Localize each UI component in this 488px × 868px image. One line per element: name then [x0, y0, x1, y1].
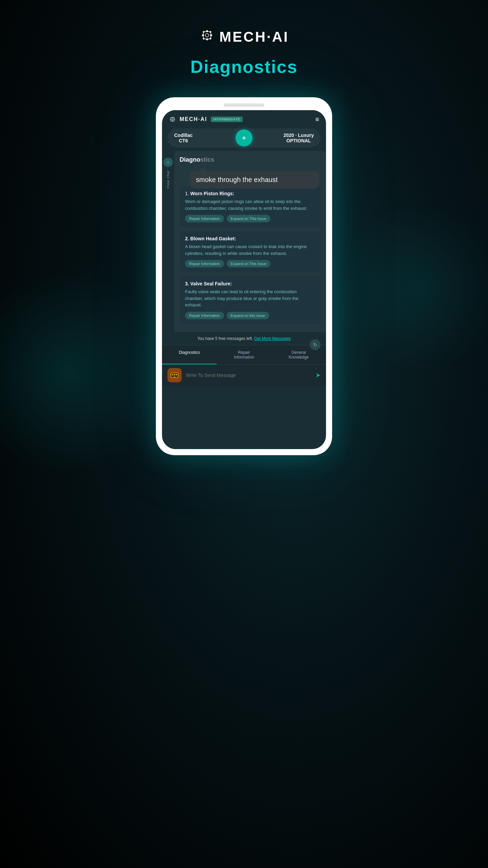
free-messages-bar: You have 5 free messages left. Get More … [162, 332, 326, 345]
send-button[interactable]: ➤ [316, 371, 321, 379]
phone-mockup: MECH·AI INTERMEDIATE ≡ Codillac CT6 + 20… [156, 97, 332, 455]
svg-point-36 [166, 162, 167, 163]
app-logo-icon [169, 116, 176, 123]
svg-rect-40 [172, 374, 173, 375]
get-more-messages-link[interactable]: Get More Messages [254, 336, 291, 341]
clear-chat-label[interactable]: Clear Chat [166, 170, 170, 188]
svg-point-37 [169, 162, 170, 163]
skill-badge: INTERMEDIATE [211, 117, 243, 122]
obd-svg [170, 371, 179, 380]
speech-bubble: smoke through the exhaust [189, 171, 319, 188]
diag-card-3-heading: 3. Valve Seal Failure: [185, 281, 232, 286]
svg-point-43 [174, 376, 175, 377]
app-header: MECH·AI INTERMEDIATE ≡ [162, 110, 326, 128]
tab-diagnostics-label: Diagnostics [179, 350, 200, 355]
diag-card-3-repair-btn[interactable]: Repair Information [185, 312, 224, 319]
chat-header-title: Diagnostics [180, 156, 321, 163]
vehicle-year: 2020 · Luxury [284, 133, 314, 138]
free-messages-text: You have 5 free messages left. [197, 336, 253, 341]
chat-content: Diagnostics smoke through the exhaust 1.… [174, 151, 326, 332]
tab-repair-information[interactable]: RepairInformation [217, 345, 271, 364]
diag-card-2-expand-btn[interactable]: Expand on This Issue [227, 260, 271, 267]
phone-notch [224, 103, 264, 107]
diag-card-1-number: 1. [185, 191, 190, 196]
tab-general-label: GeneralKnowledge [289, 350, 309, 360]
diag-card-2-heading: 2. Blown Head Gasket: [185, 236, 236, 241]
logo-text: MECH·AI [219, 29, 289, 45]
vehicle-right: 2020 · Luxury OPTIONAL [284, 133, 314, 143]
logo-area: MECH·AI [199, 27, 289, 46]
diag-card-2-title: 2. Blown Head Gasket: [185, 236, 315, 241]
svg-point-33 [172, 119, 174, 120]
diag-card-3-text: Faulty valve seals can lead to oil enter… [185, 288, 315, 308]
tab-repair-label: RepairInformation [234, 350, 254, 360]
app-logo-area: MECH·AI INTERMEDIATE [169, 116, 243, 123]
logo-icon [199, 27, 215, 46]
diag-card-3-buttons: Repair Information Expand on this issue [185, 312, 315, 319]
clear-chat-sidebar: Clear Chat [162, 151, 174, 332]
diag-card-2: 2. Blown Head Gasket: A blown head gaske… [180, 231, 321, 272]
svg-point-35 [168, 163, 168, 164]
diag-card-3-title: 3. Valve Seal Failure: [185, 281, 315, 286]
chat-area-wrapper: Clear Chat Diagnostics smoke through the… [162, 151, 326, 332]
hamburger-icon[interactable]: ≡ [315, 116, 319, 123]
svg-rect-42 [176, 374, 177, 375]
diag-card-1-expand-btn[interactable]: Expand on This Issue [227, 215, 271, 222]
input-bar: ➤ [162, 364, 326, 386]
app-logo-text: MECH·AI [180, 116, 207, 122]
vehicle-model: CT6 [174, 138, 192, 143]
vehicle-make: Codillac [174, 133, 192, 138]
bottom-tabs: ↻ Diagnostics RepairInformation GeneralK… [162, 345, 326, 364]
svg-point-16 [205, 34, 209, 37]
diag-card-1-heading: Worn Piston Rings: [190, 191, 235, 196]
diag-card-3-expand-btn[interactable]: Expand on this issue [227, 312, 269, 319]
svg-point-34 [168, 161, 168, 161]
tab-diagnostics[interactable]: Diagnostics [162, 345, 217, 364]
page-title: Diagnostics [190, 57, 298, 77]
message-input[interactable] [186, 372, 311, 378]
diag-card-1-title: 1. Worn Piston Rings: [185, 191, 315, 196]
bottom-spacer [180, 328, 321, 332]
diag-card-2-text: A blown head gasket can cause coolant to… [185, 243, 315, 257]
diag-card-2-repair-btn[interactable]: Repair Information [185, 260, 224, 267]
svg-rect-41 [174, 374, 175, 375]
svg-point-38 [167, 162, 168, 163]
diag-card-3: 3. Valve Seal Failure: Faulty valve seal… [180, 276, 321, 324]
diag-card-2-buttons: Repair Information Expand on This Issue [185, 260, 315, 267]
phone-screen: MECH·AI INTERMEDIATE ≡ Codillac CT6 + 20… [162, 110, 326, 449]
diag-card-1: 1. Worn Piston Rings: Worn or damaged pi… [180, 186, 321, 227]
obd-icon [167, 368, 182, 382]
diag-card-1-text: Worn or damaged piston rings can allow o… [185, 198, 315, 211]
vehicle-left: Codillac CT6 [174, 133, 192, 143]
add-vehicle-button[interactable]: + [236, 129, 252, 146]
diag-card-1-buttons: Repair Information Expand on This Issue [185, 215, 315, 222]
clear-chat-avatar [163, 158, 173, 167]
tab-general-knowledge[interactable]: GeneralKnowledge [271, 345, 326, 364]
vehicle-bar: Codillac CT6 + 2020 · Luxury OPTIONAL [167, 128, 321, 147]
diag-card-1-repair-btn[interactable]: Repair Information [185, 215, 224, 222]
speech-bubble-text: smoke through the exhaust [196, 176, 278, 183]
vehicle-trim: OPTIONAL [284, 138, 314, 143]
